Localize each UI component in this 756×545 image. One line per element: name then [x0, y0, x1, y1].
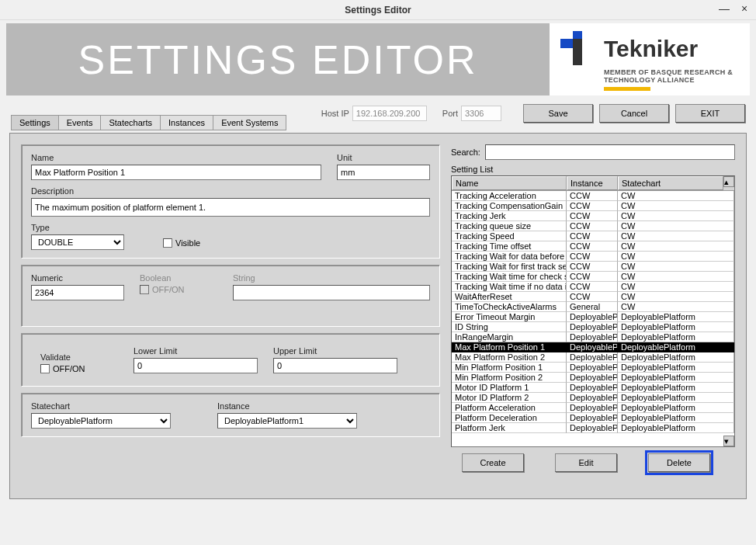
col-statechart[interactable]: Statechart — [618, 176, 723, 190]
port-label: Port — [442, 109, 458, 118]
cell-statechart: CW — [618, 272, 734, 282]
visible-label: Visible — [175, 238, 200, 248]
cell-instance: DeployableP — [567, 413, 618, 423]
statechart-select[interactable]: DeployablePlatform — [31, 413, 171, 429]
list-row[interactable]: Max Platform Position 2DeployablePDeploy… — [452, 352, 734, 363]
list-row[interactable]: Platform AccelerationDeployablePDeployab… — [452, 403, 734, 413]
cell-statechart: DeployablePlatform — [618, 363, 734, 373]
cell-instance: General — [567, 302, 618, 312]
instance-label: Instance — [217, 401, 357, 411]
tekniker-logo-icon — [560, 31, 595, 67]
cell-instance: CCW — [567, 282, 618, 292]
delete-button[interactable]: Delete — [648, 453, 710, 472]
type-label: Type — [31, 223, 124, 232]
list-row[interactable]: Error Timeout MarginDeployablePDeployabl… — [452, 312, 734, 322]
numeric-input[interactable] — [31, 285, 124, 300]
list-row[interactable]: Platform JerkDeployablePDeployablePlatfo… — [452, 423, 734, 433]
brand-accent-bar — [604, 87, 650, 91]
tab-instances[interactable]: Instances — [160, 115, 213, 130]
title-bar: Settings Editor — × — [0, 0, 756, 20]
cell-name: WaitAfterReset — [452, 292, 567, 302]
cell-statechart: DeployablePlatform — [618, 393, 734, 403]
save-button[interactable]: Save — [523, 104, 593, 123]
setting-list-label: Setting List — [451, 165, 735, 174]
lower-input[interactable] — [134, 358, 258, 373]
scroll-down-button[interactable]: ▾ — [723, 436, 734, 446]
cell-name: Tracking Wait for data before e — [452, 252, 567, 262]
cell-instance: CCW — [567, 191, 618, 201]
list-row[interactable]: Tracking Wait time for check seCCWCW — [452, 272, 734, 282]
list-row[interactable]: Max Platform Position 1DeployablePDeploy… — [452, 342, 734, 352]
scroll-up-button[interactable]: ▴ — [723, 176, 734, 187]
list-body[interactable]: Tracking AccelerationCCWCWTracking Compe… — [452, 191, 734, 446]
cell-instance: CCW — [567, 211, 618, 221]
cell-instance: CCW — [567, 292, 618, 302]
list-row[interactable]: Min Platform Position 2DeployablePDeploy… — [452, 373, 734, 383]
cell-instance: DeployableP — [567, 403, 618, 413]
close-button[interactable]: × — [739, 3, 750, 14]
create-button[interactable]: Create — [462, 453, 524, 472]
group-identity: Name Unit Description Type DOUBLE — [21, 144, 440, 259]
visible-checkbox[interactable]: Visible — [163, 238, 200, 248]
cell-name: Tracking Acceleration — [452, 191, 567, 201]
tab-events[interactable]: Events — [58, 115, 102, 130]
list-row[interactable]: Tracking SpeedCCWCW — [452, 231, 734, 241]
group-value: Numeric Boolean OFF/ON String — [21, 265, 440, 327]
cell-statechart: CW — [618, 191, 734, 201]
cell-statechart: CW — [618, 262, 734, 272]
tab-settings[interactable]: Settings — [11, 115, 59, 130]
list-row[interactable]: Tracking Wait time if no data inCCWCW — [452, 282, 734, 292]
upper-label: Upper Limit — [273, 346, 397, 356]
cell-instance: DeployableP — [567, 322, 618, 332]
cell-instance: CCW — [567, 241, 618, 252]
boolean-checkbox[interactable]: OFF/ON — [140, 285, 217, 294]
list-row[interactable]: Tracking AccelerationCCWCW — [452, 191, 734, 201]
list-row[interactable]: TimeToCheckActiveAlarmsGeneralCW — [452, 302, 734, 312]
list-row[interactable]: Motor ID Platform 1DeployablePDeployable… — [452, 383, 734, 393]
minimize-button[interactable]: — — [719, 3, 730, 14]
boolean-label: Boolean — [140, 273, 217, 283]
form-column: Name Unit Description Type DOUBLE — [21, 144, 440, 488]
list-row[interactable]: Min Platform Position 1DeployablePDeploy… — [452, 363, 734, 373]
edit-button[interactable]: Edit — [555, 453, 617, 472]
unit-input[interactable] — [337, 165, 430, 180]
list-row[interactable]: InRangeMarginDeployablePDeployablePlatfo… — [452, 332, 734, 342]
cell-statechart: DeployablePlatform — [618, 413, 734, 423]
svg-rect-0 — [560, 39, 573, 48]
tab-event-systems[interactable]: Event Systems — [213, 115, 286, 130]
port-input[interactable] — [461, 106, 501, 121]
cell-name: TimeToCheckActiveAlarms — [452, 302, 567, 312]
brand-tagline: MEMBER OF BASQUE RESEARCH & TECHNOLOGY A… — [604, 68, 739, 84]
host-ip-input[interactable] — [352, 106, 427, 121]
tab-statecharts[interactable]: Statecharts — [100, 115, 161, 130]
list-row[interactable]: Tracking Wait for first track setpCCWCW — [452, 262, 734, 272]
offon-label: OFF/ON — [53, 364, 85, 373]
list-row[interactable]: WaitAfterResetCCWCW — [452, 292, 734, 302]
search-label: Search: — [451, 148, 480, 157]
cancel-button[interactable]: Cancel — [599, 104, 669, 123]
name-input[interactable] — [31, 165, 321, 180]
list-row[interactable]: Motor ID Platform 2DeployablePDeployable… — [452, 393, 734, 403]
list-row[interactable]: Tracking CompensationGainCCWCW — [452, 201, 734, 211]
col-instance[interactable]: Instance — [567, 176, 618, 190]
list-row[interactable]: Platform DecelerationDeployablePDeployab… — [452, 413, 734, 423]
cell-statechart: CW — [618, 241, 734, 252]
list-row[interactable]: Tracking queue sizeCCWCW — [452, 221, 734, 231]
description-input[interactable] — [31, 198, 430, 217]
col-name[interactable]: Name — [452, 176, 567, 190]
exit-button[interactable]: EXIT — [675, 104, 745, 123]
instance-select[interactable]: DeployablePlatform1 — [217, 413, 357, 429]
validate-checkbox[interactable]: OFF/ON — [40, 364, 118, 373]
search-input[interactable] — [485, 144, 735, 160]
cell-statechart: CW — [618, 282, 734, 292]
list-row[interactable]: ID StringDeployablePDeployablePlatform — [452, 322, 734, 332]
list-row[interactable]: Tracking Time offsetCCWCW — [452, 241, 734, 252]
description-label: Description — [31, 186, 430, 196]
upper-input[interactable] — [273, 358, 397, 373]
cell-statechart: CW — [618, 252, 734, 262]
setting-list[interactable]: Name Instance Statechart Tracking Accele… — [451, 175, 735, 447]
list-row[interactable]: Tracking Wait for data before eCCWCW — [452, 252, 734, 262]
type-select[interactable]: DOUBLE — [31, 234, 124, 250]
list-row[interactable]: Tracking JerkCCWCW — [452, 211, 734, 221]
cell-name: Tracking Speed — [452, 231, 567, 241]
